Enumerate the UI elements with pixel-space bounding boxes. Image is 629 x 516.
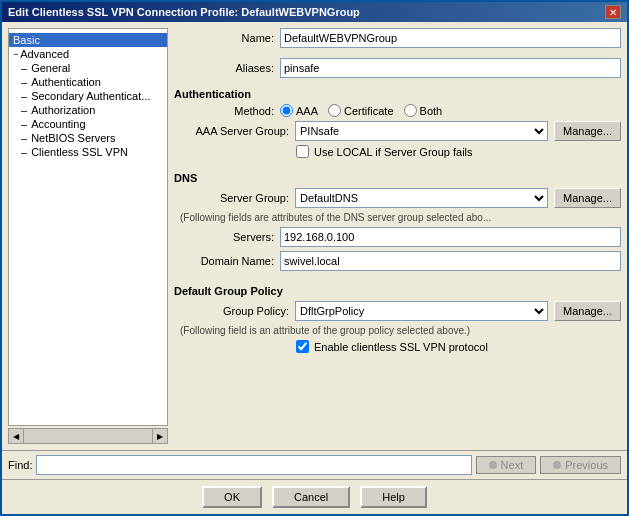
close-button[interactable]: ✕: [605, 5, 621, 19]
scroll-right-btn[interactable]: ▶: [152, 428, 168, 444]
main-window: Edit Clientless SSL VPN Connection Profi…: [0, 0, 629, 516]
left-panel: Basic−Advanced–General–Authentication–Se…: [8, 28, 168, 444]
servers-row: Servers:: [174, 227, 621, 247]
group-policy-header: Default Group Policy: [174, 285, 621, 297]
tree-label-authentication: Authentication: [31, 76, 101, 88]
method-row: Method: AAA Certificate Both: [174, 104, 621, 117]
tree-dash-authentication: –: [21, 76, 27, 88]
dns-section: DNS Server Group: DefaultDNS Manage... (…: [174, 172, 621, 275]
tree-dash-secondary-auth: –: [21, 90, 27, 102]
aliases-row: Aliases:: [174, 58, 621, 78]
help-button[interactable]: Help: [360, 486, 427, 508]
aaa-server-group-label: AAA Server Group:: [174, 125, 289, 137]
footer-bar: OK Cancel Help: [2, 479, 627, 514]
tree-label-secondary-auth: Secondary Authenticat...: [31, 90, 150, 102]
tree-item-clientless-ssl[interactable]: –Clientless SSL VPN: [9, 145, 167, 159]
radio-aaa[interactable]: AAA: [280, 104, 318, 117]
tree-label-clientless-ssl: Clientless SSL VPN: [31, 146, 128, 158]
tree-toggle-advanced[interactable]: −: [13, 49, 18, 59]
cancel-button[interactable]: Cancel: [272, 486, 350, 508]
radio-certificate[interactable]: Certificate: [328, 104, 394, 117]
tree-dash-accounting: –: [21, 118, 27, 130]
aliases-input[interactable]: [280, 58, 621, 78]
tree-item-advanced[interactable]: −Advanced: [9, 47, 167, 61]
dns-server-group-select[interactable]: DefaultDNS: [295, 188, 548, 208]
domain-name-input[interactable]: [280, 251, 621, 271]
tree-item-authorization[interactable]: –Authorization: [9, 103, 167, 117]
group-policy-note: (Following field is an attribute of the …: [174, 325, 621, 336]
authentication-header: Authentication: [174, 88, 621, 100]
tree-item-accounting[interactable]: –Accounting: [9, 117, 167, 131]
dns-server-group-row: Server Group: DefaultDNS Manage...: [174, 188, 621, 208]
title-bar: Edit Clientless SSL VPN Connection Profi…: [2, 2, 627, 22]
dns-manage-button[interactable]: Manage...: [554, 188, 621, 208]
find-input[interactable]: [36, 455, 471, 475]
tree-label-authorization: Authorization: [31, 104, 95, 116]
use-local-checkbox[interactable]: [296, 145, 309, 158]
use-local-row: Use LOCAL if Server Group fails: [174, 145, 621, 158]
authentication-section: Authentication Method: AAA Certificate B…: [174, 88, 621, 162]
group-policy-section: Default Group Policy Group Policy: DfltG…: [174, 285, 621, 357]
next-label: Next: [501, 459, 524, 471]
domain-name-label: Domain Name:: [174, 255, 274, 267]
scroll-left-btn[interactable]: ◀: [8, 428, 24, 444]
dns-header: DNS: [174, 172, 621, 184]
tree-dash-netbios: –: [21, 132, 27, 144]
aaa-manage-button[interactable]: Manage...: [554, 121, 621, 141]
group-policy-manage-button[interactable]: Manage...: [554, 301, 621, 321]
method-radio-group: AAA Certificate Both: [280, 104, 442, 117]
ok-button[interactable]: OK: [202, 486, 262, 508]
tree-item-authentication[interactable]: –Authentication: [9, 75, 167, 89]
enable-clientless-checkbox[interactable]: [296, 340, 309, 353]
name-input[interactable]: [280, 28, 621, 48]
method-label: Method:: [174, 105, 274, 117]
tree-dash-clientless-ssl: –: [21, 146, 27, 158]
aaa-server-group-row: AAA Server Group: PINsafe Manage...: [174, 121, 621, 141]
tree-item-general[interactable]: –General: [9, 61, 167, 75]
tree-label-netbios: NetBIOS Servers: [31, 132, 115, 144]
enable-clientless-row: Enable clientless SSL VPN protocol: [174, 340, 621, 353]
tree-item-basic[interactable]: Basic: [9, 33, 167, 47]
group-policy-row: Group Policy: DfltGrpPolicy Manage...: [174, 301, 621, 321]
right-panel: Name: Aliases: Authentication Method: AA…: [174, 28, 621, 444]
tree-dash-general: –: [21, 62, 27, 74]
tree-label-accounting: Accounting: [31, 118, 85, 130]
tree-container[interactable]: Basic−Advanced–General–Authentication–Se…: [8, 28, 168, 426]
domain-name-row: Domain Name:: [174, 251, 621, 271]
servers-input[interactable]: [280, 227, 621, 247]
dns-server-group-label: Server Group:: [174, 192, 289, 204]
group-policy-select[interactable]: DfltGrpPolicy: [295, 301, 548, 321]
servers-label: Servers:: [174, 231, 274, 243]
find-label: Find:: [8, 459, 32, 471]
next-button[interactable]: Next: [476, 456, 537, 474]
enable-clientless-label: Enable clientless SSL VPN protocol: [314, 341, 488, 353]
prev-label: Previous: [565, 459, 608, 471]
aliases-label: Aliases:: [174, 62, 274, 74]
content-area: Basic−Advanced–General–Authentication–Se…: [2, 22, 627, 450]
name-label: Name:: [174, 32, 274, 44]
dns-note: (Following fields are attributes of the …: [174, 212, 621, 223]
tree-label-general: General: [31, 62, 70, 74]
scrollbar-track[interactable]: [24, 428, 152, 444]
scrollbar-area: ◀ ▶: [8, 428, 168, 444]
use-local-label: Use LOCAL if Server Group fails: [314, 146, 473, 158]
radio-both[interactable]: Both: [404, 104, 443, 117]
name-row: Name:: [174, 28, 621, 48]
window-title: Edit Clientless SSL VPN Connection Profi…: [8, 6, 360, 18]
previous-button[interactable]: Previous: [540, 456, 621, 474]
find-bar: Find: Next Previous: [2, 450, 627, 479]
next-icon: [489, 461, 497, 469]
aaa-server-group-select[interactable]: PINsafe: [295, 121, 548, 141]
group-policy-label: Group Policy:: [174, 305, 289, 317]
tree-item-secondary-auth[interactable]: –Secondary Authenticat...: [9, 89, 167, 103]
tree-item-netbios[interactable]: –NetBIOS Servers: [9, 131, 167, 145]
tree-dash-authorization: –: [21, 104, 27, 116]
prev-icon: [553, 461, 561, 469]
tree-label-basic: Basic: [13, 34, 40, 46]
tree-label-advanced: Advanced: [20, 48, 69, 60]
